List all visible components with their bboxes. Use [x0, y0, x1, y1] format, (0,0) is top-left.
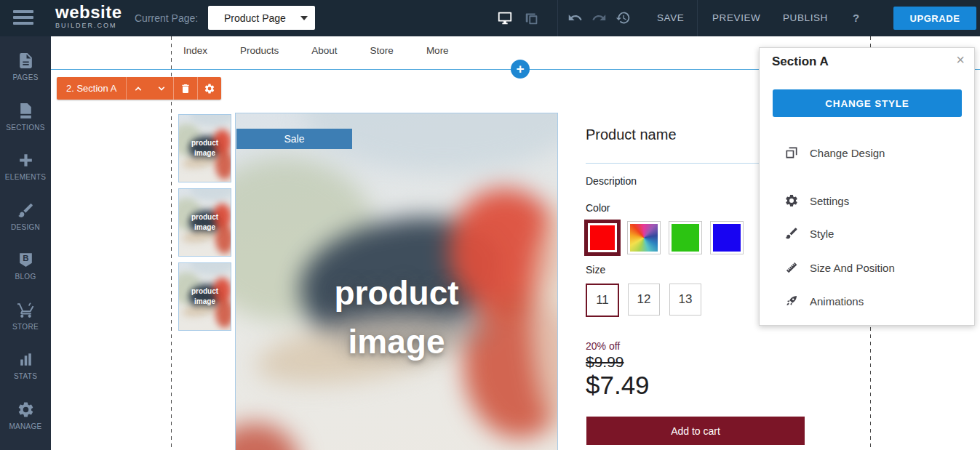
- save-button[interactable]: SAVE: [657, 0, 684, 36]
- help-button[interactable]: ?: [853, 0, 860, 36]
- style-icon: [784, 226, 799, 241]
- section-toolbar-label: 2. Section A: [57, 83, 126, 94]
- mobile-view-icon[interactable]: [524, 10, 541, 26]
- store-icon: [17, 301, 35, 319]
- undo-icon[interactable]: [567, 10, 585, 26]
- menu-item-style[interactable]: Style: [760, 222, 974, 244]
- menu-item-label: Size And Position: [810, 262, 895, 274]
- desktop-view-icon[interactable]: [496, 10, 514, 26]
- toolbar-divider: [697, 0, 698, 36]
- site-nav-about[interactable]: About: [311, 45, 337, 56]
- product-thumbnail-3[interactable]: product image: [178, 262, 231, 331]
- sidebar-item-sections[interactable]: SECTIONS: [0, 102, 51, 152]
- top-toolbar: website BUILDER.COM Current Page: Produc…: [0, 0, 980, 36]
- swatch-fill: [630, 224, 658, 252]
- size-option-11[interactable]: 11: [586, 284, 619, 317]
- color-swatch-blue[interactable]: [710, 221, 744, 254]
- swatch-fill: [590, 225, 615, 250]
- section-settings-button[interactable]: [198, 77, 221, 100]
- sidebar-item-label: MANAGE: [9, 422, 41, 430]
- sidebar-item-stats[interactable]: STATS: [0, 350, 51, 401]
- product-description[interactable]: Description: [586, 175, 637, 187]
- product-thumbnail-1[interactable]: product image: [178, 114, 231, 182]
- product-name[interactable]: Product name: [586, 126, 677, 143]
- current-price: $7.49: [586, 371, 650, 400]
- elements-icon: [17, 151, 35, 169]
- history-icon[interactable]: [616, 10, 633, 26]
- move-section-up-button[interactable]: [127, 77, 150, 100]
- move-section-down-button[interactable]: [150, 77, 173, 100]
- delete-section-button[interactable]: [174, 77, 197, 100]
- thumbnail-placeholder-text: product image: [189, 138, 221, 158]
- change-design-icon: [784, 145, 799, 160]
- sidebar-item-label: ELEMENTS: [5, 173, 46, 181]
- sidebar-item-manage[interactable]: MANAGE: [0, 401, 51, 450]
- app-logo: website BUILDER.COM: [55, 4, 122, 29]
- hamburger-menu-icon[interactable]: [13, 10, 33, 26]
- thumbnail-placeholder-text: product image: [189, 212, 221, 233]
- sidebar-item-label: DESIGN: [11, 223, 40, 231]
- menu-item-label: Animations: [810, 295, 864, 308]
- toolbar-divider: [557, 0, 558, 36]
- sidebar-item-store[interactable]: STORE: [0, 301, 51, 351]
- redo-icon[interactable]: [591, 10, 609, 26]
- sidebar-item-blog[interactable]: BLOG: [0, 251, 51, 301]
- left-sidebar: PAGES SECTIONS ELEMENTS DESIGN BLOG STOR…: [0, 36, 51, 450]
- section-toolbar: 2. Section A: [57, 77, 221, 100]
- menu-item-size-and-position[interactable]: Size And Position: [760, 257, 974, 278]
- product-thumbnail-2[interactable]: product image: [178, 188, 231, 257]
- sale-badge: Sale: [236, 129, 352, 149]
- preview-button[interactable]: PREVIEW: [712, 0, 760, 36]
- menu-item-settings[interactable]: Settings: [760, 190, 974, 212]
- size-label: Size: [586, 264, 605, 276]
- animations-icon: [784, 294, 799, 308]
- page-dropdown[interactable]: Product Page: [208, 6, 315, 30]
- site-nav-products[interactable]: Products: [240, 45, 279, 56]
- product-image-placeholder-text: product image: [309, 269, 484, 366]
- section-popup: Section A × CHANGE STYLE Change Design S…: [759, 47, 975, 326]
- pages-icon: [17, 52, 35, 70]
- current-page-label: Current Page:: [135, 0, 198, 36]
- menu-item-label: Change Design: [810, 147, 885, 159]
- add-to-cart-button[interactable]: Add to cart: [586, 417, 805, 445]
- settings-icon: [784, 193, 799, 208]
- app-window: website BUILDER.COM Current Page: Produc…: [0, 0, 980, 450]
- popup-title: Section A: [772, 55, 829, 69]
- sidebar-item-label: SECTIONS: [6, 124, 45, 132]
- color-swatch-multicolor[interactable]: [627, 221, 661, 254]
- sidebar-item-design[interactable]: DESIGN: [0, 201, 51, 252]
- logo-subtext: BUILDER.COM: [55, 23, 122, 29]
- publish-button[interactable]: PUBLISH: [783, 0, 828, 36]
- close-icon[interactable]: ×: [956, 52, 965, 67]
- size-option-12[interactable]: 12: [628, 284, 660, 316]
- design-icon: [17, 201, 35, 220]
- discount-text: 20% off: [586, 340, 620, 352]
- menu-item-change-design[interactable]: Change Design: [760, 142, 974, 164]
- old-price: $9.99: [586, 353, 624, 371]
- blog-icon: [17, 251, 35, 269]
- size-position-icon: [784, 260, 799, 275]
- manage-icon: [17, 401, 35, 419]
- gear-icon: [204, 83, 215, 95]
- sidebar-item-pages[interactable]: PAGES: [0, 52, 51, 102]
- color-swatch-green[interactable]: [669, 221, 702, 254]
- menu-item-animations[interactable]: Animations: [760, 290, 974, 312]
- change-style-button[interactable]: CHANGE STYLE: [773, 89, 962, 117]
- size-option-13[interactable]: 13: [669, 284, 701, 316]
- color-label: Color: [586, 202, 610, 214]
- site-nav-index[interactable]: Index: [183, 45, 207, 56]
- site-nav-store[interactable]: Store: [370, 45, 394, 56]
- sidebar-item-label: PAGES: [12, 73, 38, 81]
- upgrade-button[interactable]: UPGRADE: [893, 7, 976, 30]
- swatch-fill: [713, 224, 741, 252]
- color-swatch-red[interactable]: [584, 220, 621, 256]
- sidebar-item-elements[interactable]: ELEMENTS: [0, 151, 51, 201]
- sidebar-item-label: STATS: [14, 372, 37, 380]
- product-main-image[interactable]: Sale product image: [235, 113, 558, 450]
- sidebar-item-label: BLOG: [15, 273, 36, 281]
- thumbnail-placeholder-text: product image: [189, 286, 221, 307]
- swatch-fill: [672, 224, 699, 252]
- site-nav-more[interactable]: More: [426, 45, 449, 56]
- add-section-button[interactable]: +: [511, 60, 530, 79]
- trash-icon: [180, 83, 191, 95]
